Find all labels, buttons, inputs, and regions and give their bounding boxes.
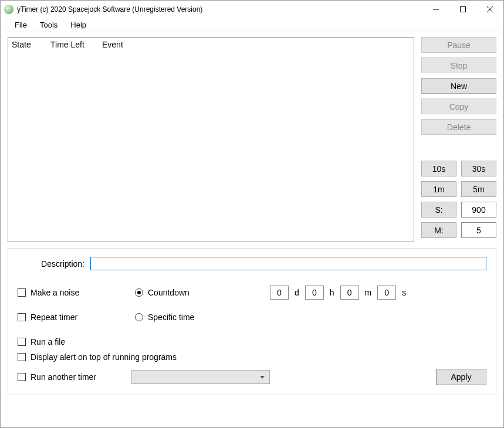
description-input[interactable] <box>90 257 486 270</box>
seconds-time-input[interactable]: 0 <box>377 286 396 300</box>
specific-time-radio[interactable]: Specific time <box>135 312 270 322</box>
minutes-input[interactable]: 5 <box>461 222 496 238</box>
checkbox-icon <box>18 313 26 321</box>
checkbox-icon <box>18 338 26 346</box>
app-icon <box>4 5 13 14</box>
close-button[interactable] <box>476 1 503 18</box>
repeat-timer-checkbox[interactable]: Repeat timer <box>18 312 135 322</box>
timer-settings-panel: Description: Make a noise Countdown 0 d … <box>8 248 496 395</box>
minimize-button[interactable] <box>422 1 449 18</box>
run-another-timer-label: Run another timer <box>31 372 96 382</box>
seconds-unit: s <box>402 288 406 297</box>
repeat-timer-label: Repeat timer <box>31 312 77 322</box>
pause-button[interactable]: Pause <box>421 37 496 53</box>
timer-list-header: State Time Left Event <box>8 38 414 53</box>
checkbox-icon <box>18 373 26 381</box>
checkbox-icon <box>18 288 26 297</box>
make-a-noise-label: Make a noise <box>31 288 79 297</box>
quick-30s-button[interactable]: 30s <box>461 161 496 176</box>
stop-button[interactable]: Stop <box>421 57 496 73</box>
minutes-unit: m <box>365 288 372 297</box>
make-a-noise-checkbox[interactable]: Make a noise <box>18 288 135 297</box>
column-event[interactable]: Event <box>102 40 410 49</box>
menu-file[interactable]: File <box>9 19 33 30</box>
description-label: Description: <box>18 259 90 269</box>
quick-1m-button[interactable]: 1m <box>421 181 456 197</box>
minutes-label-button[interactable]: M: <box>421 222 456 238</box>
timer-list[interactable]: State Time Left Event <box>8 37 414 242</box>
display-alert-label: Display alert on top of running programs <box>31 352 177 362</box>
apply-button[interactable]: Apply <box>436 369 486 385</box>
countdown-time-inputs: 0 d 0 h 0 m 0 s <box>270 286 486 300</box>
hours-unit: h <box>330 288 334 297</box>
run-another-timer-dropdown[interactable] <box>131 370 270 384</box>
seconds-label-button[interactable]: S: <box>421 202 456 218</box>
run-a-file-label: Run a file <box>31 337 65 347</box>
countdown-radio[interactable]: Countdown <box>135 288 270 297</box>
days-input[interactable]: 0 <box>270 286 289 300</box>
maximize-button[interactable] <box>449 1 476 18</box>
window-title: yTimer (c) 2020 Spacejock Software (Unre… <box>17 5 422 13</box>
menubar: File Tools Help <box>1 18 503 32</box>
checkbox-icon <box>18 353 26 361</box>
radio-icon <box>135 313 143 321</box>
specific-time-label: Specific time <box>148 312 194 322</box>
column-state[interactable]: State <box>12 40 50 49</box>
countdown-label: Countdown <box>148 288 190 297</box>
days-unit: d <box>295 288 299 297</box>
svg-rect-1 <box>461 7 466 12</box>
menu-help[interactable]: Help <box>65 19 92 30</box>
run-a-file-checkbox[interactable]: Run a file <box>18 337 486 347</box>
copy-button[interactable]: Copy <box>421 98 496 114</box>
radio-icon <box>135 288 143 297</box>
delete-button[interactable]: Delete <box>421 119 496 135</box>
seconds-input[interactable]: 900 <box>461 202 496 218</box>
menu-tools[interactable]: Tools <box>34 19 63 30</box>
display-alert-checkbox[interactable]: Display alert on top of running programs <box>18 352 486 362</box>
column-time-left[interactable]: Time Left <box>50 40 102 49</box>
minutes-time-input[interactable]: 0 <box>340 286 359 300</box>
quick-5m-button[interactable]: 5m <box>461 181 496 197</box>
new-button[interactable]: New <box>421 78 496 94</box>
titlebar: yTimer (c) 2020 Spacejock Software (Unre… <box>1 1 503 18</box>
hours-input[interactable]: 0 <box>305 286 324 300</box>
run-another-timer-checkbox[interactable]: Run another timer <box>18 372 96 382</box>
quick-10s-button[interactable]: 10s <box>421 161 456 176</box>
